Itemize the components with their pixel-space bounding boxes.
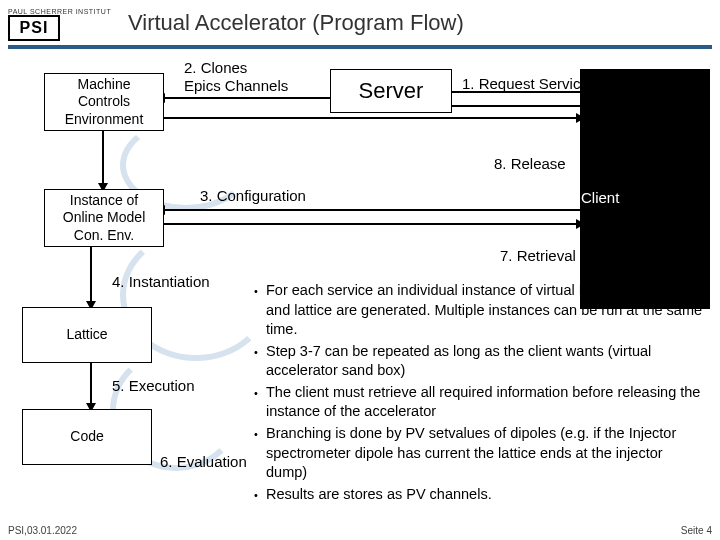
server-label: Server <box>359 77 424 105</box>
label-request-service: 1. Request Service <box>462 75 589 92</box>
label-epics-channels: Epics Channels <box>184 77 288 94</box>
footer-right: Seite 4 <box>681 525 712 536</box>
footer-left: PSI,03.01.2022 <box>8 525 77 536</box>
list-item: The client must retrieve all required in… <box>254 383 705 422</box>
arrow-retrieval <box>164 117 580 119</box>
label-retrieval: 7. Retrieval <box>500 247 576 264</box>
header: PAUL SCHERRER INSTITUT PSI Virtual Accel… <box>0 0 720 41</box>
arrow-machine-instance <box>102 131 104 187</box>
label-configuration: 3. Configuration <box>200 187 306 204</box>
diagram-canvas: Server Machine Controls Environment Clie… <box>0 49 720 529</box>
machine-box: Machine Controls Environment <box>44 73 164 131</box>
label-release: 8. Release <box>494 155 566 172</box>
client-box: Client <box>580 69 710 309</box>
list-item: Step 3-7 can be repeated as long as the … <box>254 342 705 381</box>
label-evaluation: 6. Evaluation <box>160 453 247 470</box>
instance-label: Instance of Online Model Con. Env. <box>63 192 146 245</box>
arrow-release <box>450 105 580 107</box>
arrow-lattice-code <box>90 363 92 407</box>
label-execution: 5. Execution <box>112 377 195 394</box>
client-label: Client <box>581 189 619 208</box>
server-box: Server <box>330 69 452 113</box>
bullet-list: For each service an individual instance … <box>240 281 705 506</box>
institute-label: PAUL SCHERRER INSTITUT <box>8 8 111 15</box>
label-instantiation: 4. Instantiation <box>112 273 210 290</box>
lattice-label: Lattice <box>66 326 107 344</box>
machine-label: Machine Controls Environment <box>65 76 144 129</box>
code-label: Code <box>70 428 103 446</box>
instance-box: Instance of Online Model Con. Env. <box>44 189 164 247</box>
list-item: Branching is done by PV setvalues of dip… <box>254 424 705 483</box>
footer: PSI,03.01.2022 Seite 4 <box>8 525 712 536</box>
label-clones: 2. Clones <box>184 59 247 76</box>
arrow-config-b <box>164 223 580 225</box>
arrow-config-a <box>164 209 580 211</box>
psi-logo: PSI <box>8 15 60 41</box>
code-box: Code <box>22 409 152 465</box>
lattice-box: Lattice <box>22 307 152 363</box>
list-item: Results are stores as PV channels. <box>254 485 705 505</box>
arrow-instance-lattice <box>90 247 92 305</box>
page-title: Virtual Accelerator (Program Flow) <box>128 10 464 36</box>
arrow-clones <box>164 97 330 99</box>
